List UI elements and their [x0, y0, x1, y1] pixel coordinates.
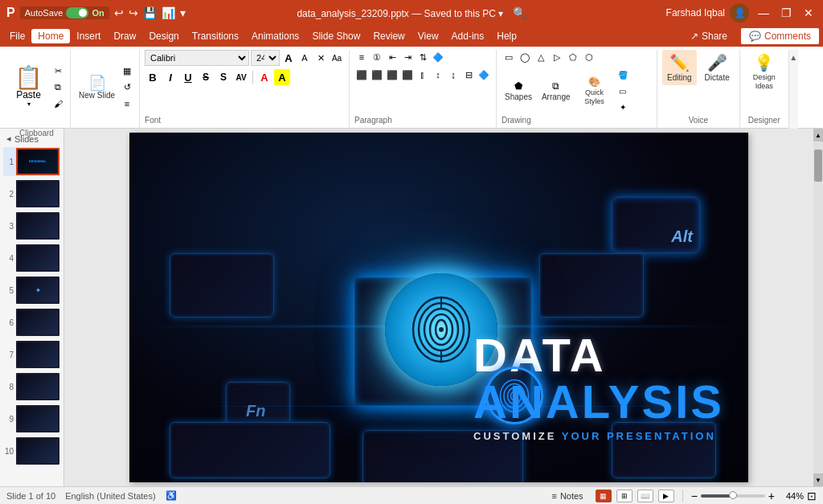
menu-home[interactable]: Home	[31, 29, 70, 43]
zoom-track[interactable]	[701, 494, 765, 498]
shape-btn-6[interactable]: ⬡	[582, 50, 596, 64]
shape-effects-button[interactable]: ✦	[616, 100, 630, 114]
arrange-button[interactable]: ⧉ Arrange	[538, 79, 574, 103]
menu-review[interactable]: Review	[366, 29, 411, 43]
fit-button[interactable]: ⊡	[807, 490, 817, 502]
redo-btn[interactable]: ↪	[129, 6, 138, 19]
new-slide-button[interactable]: 📄 New Slide	[76, 74, 118, 101]
highlight-button[interactable]: A	[274, 69, 290, 85]
shape-fill-button[interactable]: 🪣	[616, 68, 630, 82]
menu-help[interactable]: Help	[490, 29, 523, 43]
comments-button[interactable]: 💬 Comments	[740, 27, 820, 45]
slide-thumb-3[interactable]: 3	[3, 211, 60, 240]
line-spacing[interactable]: ↕	[431, 68, 445, 82]
layout-button[interactable]: ▦	[120, 64, 134, 79]
share-button[interactable]: ↗ Share	[682, 28, 735, 44]
smartart-2[interactable]: 🔷	[477, 68, 491, 82]
section-button[interactable]: ≡	[120, 96, 134, 111]
format-painter-button[interactable]: 🖌	[51, 96, 65, 111]
increase-indent[interactable]: ⇥	[400, 50, 415, 64]
present-btn[interactable]: 📊	[162, 6, 175, 19]
font-family-select[interactable]: Calibri	[145, 50, 249, 66]
align-center[interactable]: ⬛	[370, 68, 384, 82]
menu-transitions[interactable]: Transitions	[186, 29, 245, 43]
shape-btn-5[interactable]: ⬠	[566, 50, 580, 64]
close-button[interactable]: ✕	[800, 5, 817, 21]
menu-insert[interactable]: Insert	[70, 29, 107, 43]
menu-slideshow[interactable]: Slide Show	[305, 29, 366, 43]
zoom-in-button[interactable]: +	[768, 490, 775, 502]
slide-thumb-9[interactable]: 9	[3, 404, 60, 433]
slideshow-button[interactable]: ▶	[658, 490, 674, 502]
cut-button[interactable]: ✂	[51, 64, 65, 79]
search-icon[interactable]: 🔍	[513, 6, 526, 19]
decrease-indent[interactable]: ⇤	[385, 50, 399, 64]
maximize-button[interactable]: ❐	[778, 5, 794, 21]
avatar[interactable]: 👤	[730, 3, 749, 23]
normal-view-button[interactable]: ▦	[596, 490, 612, 502]
shadow-button[interactable]: S	[215, 69, 231, 85]
bold-button[interactable]: B	[145, 69, 161, 85]
italic-button[interactable]: I	[162, 69, 178, 85]
menu-view[interactable]: View	[412, 29, 445, 43]
menu-addins[interactable]: Add-ins	[445, 29, 491, 43]
underline-button[interactable]: U	[180, 69, 196, 85]
paste-button[interactable]: 📋 Paste ▾	[8, 65, 49, 109]
copy-button[interactable]: ⧉	[51, 80, 65, 95]
font-size-down[interactable]: A	[297, 51, 312, 65]
slide-thumb-7[interactable]: 7	[3, 340, 60, 369]
save-dropdown[interactable]: ▾	[498, 8, 503, 19]
font-size-select[interactable]: 24	[251, 50, 280, 66]
menu-file[interactable]: File	[3, 29, 31, 43]
canvas-area[interactable]: Alt Fn	[64, 129, 813, 486]
vertical-scrollbar[interactable]: ▲ ▼	[813, 129, 823, 486]
slide-thumb-6[interactable]: 6	[3, 308, 60, 337]
char-spacing-button[interactable]: AV	[233, 69, 249, 85]
zoom-out-button[interactable]: −	[691, 490, 698, 502]
shape-btn-2[interactable]: ◯	[518, 50, 532, 64]
shape-outline-button[interactable]: ▭	[616, 84, 630, 98]
slide-thumb-8[interactable]: 8	[3, 372, 60, 401]
shape-btn-4[interactable]: ▷	[550, 50, 564, 64]
reset-button[interactable]: ↺	[120, 80, 134, 95]
slide-canvas[interactable]: Alt Fn	[129, 133, 748, 482]
design-ideas-button[interactable]: 💡 Design Ideas	[747, 50, 782, 93]
notes-button[interactable]: ≡ Notes	[544, 489, 590, 503]
columns[interactable]: ⫿	[416, 68, 430, 82]
paste-dropdown[interactable]: ▾	[27, 100, 31, 108]
font-case-button[interactable]: Aa	[330, 51, 344, 65]
menu-animations[interactable]: Animations	[245, 29, 305, 43]
font-size-up[interactable]: A	[281, 51, 296, 65]
clear-format-button[interactable]: ✕	[313, 51, 328, 65]
menu-design[interactable]: Design	[142, 29, 185, 43]
strikethrough-button[interactable]: S	[198, 69, 214, 85]
slide-thumb-1[interactable]: 1 DATAANAL.	[3, 147, 60, 176]
scroll-track[interactable]	[813, 141, 823, 473]
scroll-down-button[interactable]: ▼	[813, 473, 823, 486]
dictate-button[interactable]: 🎤 Dictate	[700, 50, 735, 85]
ribbon-collapse-button[interactable]: ▲	[788, 50, 798, 139]
font-color-button[interactable]: A	[256, 69, 272, 85]
text-direction-2[interactable]: ↨	[446, 68, 461, 82]
slide-thumb-2[interactable]: 2	[3, 179, 60, 208]
editing-button[interactable]: ✏️ Editing	[662, 50, 697, 85]
autosave-badge[interactable]: AutoSave On	[20, 6, 109, 19]
slide-thumb-10[interactable]: 10	[3, 436, 60, 465]
menu-draw[interactable]: Draw	[107, 29, 142, 43]
shape-btn-1[interactable]: ▭	[502, 50, 516, 64]
align-text[interactable]: ⊟	[461, 68, 476, 82]
autosave-toggle[interactable]	[66, 7, 88, 18]
zoom-control[interactable]: − + 44% ⊡	[691, 490, 817, 502]
text-direction[interactable]: ⇅	[416, 50, 430, 64]
slide-thumb-4[interactable]: 4	[3, 244, 60, 272]
quick-styles-button[interactable]: 🎨 Quick Styles	[577, 75, 612, 107]
more-tools[interactable]: ▾	[180, 6, 186, 19]
save-btn[interactable]: 💾	[143, 6, 157, 19]
numbering-button[interactable]: ①	[370, 50, 384, 64]
scroll-thumb[interactable]	[814, 150, 822, 182]
shape-btn-3[interactable]: △	[534, 50, 548, 64]
shapes-button[interactable]: ⬟ Shapes	[502, 79, 535, 103]
align-right[interactable]: ⬛	[385, 68, 399, 82]
undo-btn[interactable]: ↩	[114, 6, 124, 19]
slide-thumb-5[interactable]: 5 ✦	[3, 276, 60, 305]
